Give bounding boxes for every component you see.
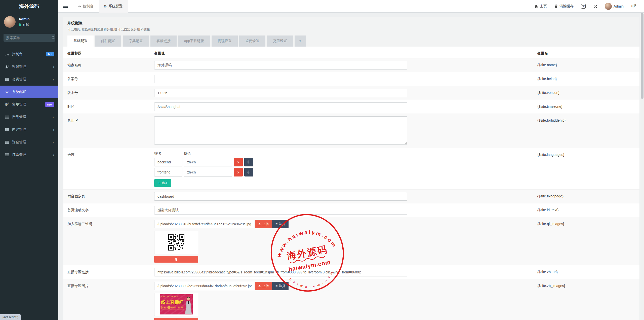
sidebar-item-permissions[interactable]: 权限管理 ‹ bbox=[0, 60, 58, 73]
variable-name: {$site.name} bbox=[537, 61, 557, 67]
list-icon bbox=[4, 140, 10, 144]
tab-system-config[interactable]: ⚙ 系统配置 bbox=[99, 0, 128, 13]
sidebar-item-system-config[interactable]: ⚙ 系统配置 bbox=[0, 86, 58, 98]
chevron-left-icon: ‹ bbox=[53, 153, 54, 157]
table-row: 加入群聊二维码 上传 ≡ 选择 bbox=[63, 217, 639, 265]
upload-button[interactable]: 上传 bbox=[255, 282, 272, 290]
fullscreen-button[interactable] bbox=[593, 4, 597, 8]
config-tabs: 基础配置 邮件配置 字典配置 客服链接 app下载链接 提现设置 返佣设置 充值… bbox=[67, 35, 635, 47]
tab-label: 控制台 bbox=[83, 4, 94, 9]
variable-name: {$site.forbiddenip} bbox=[537, 116, 566, 122]
search-input[interactable] bbox=[6, 36, 52, 40]
sidebar-item-label: 产品管理 bbox=[12, 115, 26, 119]
beian-input[interactable] bbox=[154, 75, 407, 83]
timezone-input[interactable] bbox=[154, 102, 407, 111]
sidebar-item-content[interactable]: 内容管理 ‹ bbox=[0, 123, 58, 136]
vertical-scrollbar[interactable] bbox=[640, 13, 644, 320]
user-menu[interactable]: Admin bbox=[605, 3, 624, 10]
remove-row-button[interactable]: × bbox=[234, 158, 243, 166]
gears-icon: ⚙⚙ bbox=[4, 102, 10, 107]
sidebar-item-funds[interactable]: 资金管理 ‹ bbox=[0, 136, 58, 149]
variable-name: {$site.timezone} bbox=[537, 102, 562, 109]
choose-button[interactable]: ≡ 选择 bbox=[272, 220, 289, 228]
avatar bbox=[4, 16, 16, 28]
upload-icon bbox=[258, 285, 261, 288]
sidebar-item-products[interactable]: 产品管理 ‹ bbox=[0, 111, 58, 123]
live-banner-preview[interactable]: BROADCAST ROOM 线上直播间 直播盛宴 每晚七点 不见不散 bbox=[154, 293, 198, 316]
delete-image-button[interactable] bbox=[154, 256, 198, 263]
live-image-path-input[interactable] bbox=[154, 282, 255, 290]
variable-name: {$site.ld_text} bbox=[537, 206, 558, 212]
tab-dict-config[interactable]: 字典配置 bbox=[123, 35, 149, 47]
drag-row-button[interactable] bbox=[244, 168, 253, 176]
fixed-page-input[interactable] bbox=[154, 192, 407, 201]
translate-icon: 文 bbox=[581, 4, 586, 9]
hamburger-icon[interactable] bbox=[58, 5, 72, 8]
user-status-label: 在线 bbox=[23, 22, 29, 27]
live-banner-image: BROADCAST ROOM 线上直播间 直播盛宴 每晚七点 不见不散 bbox=[160, 294, 193, 314]
sidebar-item-orders[interactable]: 订单管理 ‹ bbox=[0, 149, 58, 161]
tab-app-download[interactable]: app下载链接 bbox=[178, 35, 210, 47]
language-button[interactable]: 文 bbox=[581, 4, 586, 9]
sidebar-item-label: 控制台 bbox=[12, 52, 23, 56]
variable-name: {$site.zb_images} bbox=[537, 282, 565, 288]
chevron-left-icon: ‹ bbox=[53, 77, 54, 82]
qr-image-path-input[interactable] bbox=[154, 220, 255, 228]
delete-image-button[interactable] bbox=[154, 318, 198, 320]
live-url-input[interactable] bbox=[154, 268, 407, 276]
tab-rebate-settings[interactable]: 返佣设置 bbox=[239, 35, 265, 47]
tab-dashboard[interactable]: 控制台 bbox=[72, 0, 99, 13]
append-button[interactable]: ＋追加 bbox=[154, 179, 171, 187]
version-input[interactable] bbox=[154, 89, 407, 97]
tab-basic-config[interactable]: 基础配置 bbox=[67, 35, 94, 47]
user-status: 在线 bbox=[19, 22, 30, 27]
language-value-input[interactable] bbox=[184, 168, 232, 176]
table-row: 备案号 {$site.beian} bbox=[63, 72, 639, 86]
avatar bbox=[605, 3, 612, 10]
sidebar-item-label: 内容管理 bbox=[12, 127, 26, 132]
move-icon bbox=[247, 160, 251, 164]
sidebar-item-members[interactable]: 会员管理 ‹ bbox=[0, 73, 58, 86]
chevron-left-icon: ‹ bbox=[53, 127, 54, 132]
tachometer-icon bbox=[77, 5, 81, 8]
remove-row-button[interactable]: × bbox=[234, 168, 243, 176]
tab-recharge-settings[interactable]: 充值设置 bbox=[267, 35, 293, 47]
topbar: 控制台 ⚙ 系统配置 主页 清除缓存 文 Admin bbox=[58, 0, 644, 13]
forbidden-ip-textarea[interactable] bbox=[154, 116, 407, 145]
settings-button[interactable]: ⚙⚙ bbox=[631, 4, 636, 9]
drag-row-button[interactable] bbox=[244, 158, 253, 166]
clear-cache-button[interactable]: 清除缓存 bbox=[554, 4, 574, 9]
sidebar-item-dashboard[interactable]: 控制台 hot bbox=[0, 48, 58, 60]
tab-withdraw-settings[interactable]: 提现设置 bbox=[212, 35, 238, 47]
search-icon[interactable] bbox=[52, 36, 55, 40]
sidebar-item-general[interactable]: ⚙⚙ 常规管理 new bbox=[0, 98, 58, 111]
chevron-left-icon: ‹ bbox=[53, 64, 54, 69]
language-key-input[interactable] bbox=[154, 168, 182, 176]
choose-button[interactable]: ≡ 选择 bbox=[272, 282, 289, 290]
language-value-input[interactable] bbox=[184, 158, 232, 166]
kv-row: × bbox=[154, 158, 407, 166]
tab-service-link[interactable]: 客服链接 bbox=[150, 35, 177, 47]
variable-name: {$site.zb_url} bbox=[537, 268, 558, 274]
table-row: 直播专区链接 {$site.zb_url} bbox=[63, 265, 639, 279]
hot-badge: hot bbox=[46, 52, 54, 56]
users-icon bbox=[4, 65, 10, 69]
qr-code-preview[interactable] bbox=[154, 231, 198, 254]
gear-icon: ⚙ bbox=[104, 4, 107, 8]
tab-mail-config[interactable]: 邮件配置 bbox=[95, 35, 121, 47]
scroll-text-input[interactable] bbox=[154, 206, 407, 215]
home-button[interactable]: 主页 bbox=[534, 4, 547, 9]
list-icon: ≡ bbox=[275, 284, 277, 288]
plus-icon: ＋ bbox=[157, 181, 160, 185]
language-key-input[interactable] bbox=[154, 158, 182, 166]
add-tab-button[interactable]: + bbox=[295, 35, 306, 47]
scrollbar-thumb[interactable] bbox=[641, 13, 643, 99]
site-name-input[interactable] bbox=[154, 61, 407, 69]
page-subtitle: 可以在此增改系统的变量和分组,也可以自定义分组和变量 bbox=[67, 27, 635, 32]
app-logo: 海外源码 bbox=[0, 0, 58, 13]
trash-icon bbox=[175, 258, 178, 261]
list-icon bbox=[4, 115, 10, 119]
chevron-left-icon: ‹ bbox=[53, 115, 54, 119]
upload-button[interactable]: 上传 bbox=[255, 220, 272, 228]
page-title: 系统配置 bbox=[67, 21, 635, 25]
